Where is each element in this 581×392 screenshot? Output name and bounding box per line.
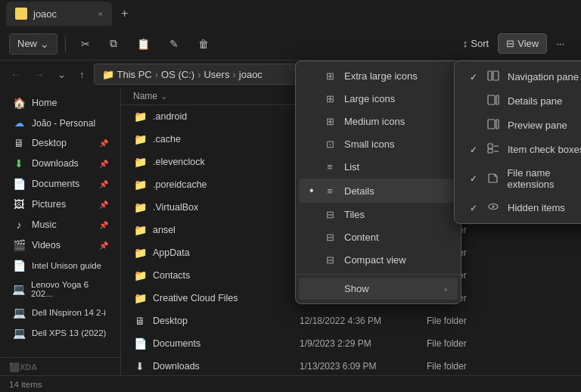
delete-button[interactable]: 🗑 (191, 34, 216, 54)
view-show-item[interactable]: Show › (299, 278, 458, 300)
sidebar-dell-xps-label: Dell XPS 13 (2022) (32, 328, 106, 338)
file-icon: 📁 (133, 133, 147, 145)
toolbar: New ⌄ ✂ ⧉ 📋 ✎ 🗑 ↕ Sort ⊟ View ··· (0, 27, 581, 61)
sidebar-item-home[interactable]: 🏠 Home (3, 93, 117, 113)
view-content[interactable]: ⊟ Content (299, 226, 458, 248)
compact-icon: ⊟ (323, 254, 337, 266)
file-type: File folder (427, 316, 502, 326)
sidebar-item-music[interactable]: ♪ Music 📌 (3, 215, 117, 235)
sidebar-item-dell-inspiron[interactable]: 💻 Dell INspiron 14 2-i (3, 303, 117, 322)
table-row[interactable]: 📄 Documents 1/9/2023 2:29 PM File folder (121, 332, 581, 355)
new-chevron-icon: ⌄ (40, 38, 49, 50)
sidebar-desktop-label: Desktop (32, 138, 67, 148)
new-button[interactable]: New ⌄ (9, 33, 57, 54)
paste-icon: 📋 (137, 38, 150, 50)
back-button[interactable]: ← (6, 66, 25, 83)
view-medium-icons[interactable]: ⊞ Medium icons (299, 110, 458, 132)
svg-rect-5 (496, 120, 499, 129)
view-compact[interactable]: ⊟ Compact view (299, 249, 458, 271)
active-tab[interactable]: joaoc × (6, 2, 112, 26)
intel-icon: 📄 (12, 260, 26, 272)
breadcrumb-sep-1: › (155, 69, 158, 80)
view-large-icons[interactable]: ⊞ Large icons (299, 88, 458, 110)
view-dropdown-menu: ⊞ Extra large icons ⊞ Large icons ⊞ Medi… (295, 61, 461, 304)
view-dot-active: • (309, 184, 315, 198)
view-label: View (517, 38, 539, 49)
show-details-pane[interactable]: Details pane (458, 89, 581, 113)
sidebar-item-desktop[interactable]: 🖥 Desktop 📌 (3, 133, 117, 153)
file-name: .poreidcache (153, 179, 294, 190)
sidebar-home-label: Home (32, 98, 57, 108)
view-tiles[interactable]: ⊟ Tiles (299, 204, 458, 226)
show-navigation-pane[interactable]: ✓ Navigation pane (458, 65, 581, 89)
show-item-checkboxes[interactable]: ✓ Item check boxes (458, 138, 581, 161)
table-row[interactable]: ⬇ Downloads 1/13/2023 6:09 PM File folde… (121, 355, 581, 375)
view-button[interactable]: ⊟ View (498, 33, 547, 54)
file-name: .elevenclock (153, 157, 294, 167)
large-label: Large icons (344, 93, 395, 104)
sidebar-item-downloads[interactable]: ⬇ Downloads 📌 (3, 154, 117, 173)
header-name[interactable]: Name ⌄ (133, 91, 312, 101)
hidden-icon (486, 201, 500, 214)
paste-button[interactable]: 📋 (129, 34, 157, 54)
file-date: 12/18/2022 4:36 PM (300, 316, 421, 326)
extra-large-label: Extra large icons (344, 70, 418, 82)
details-label: Details (344, 185, 374, 197)
videos-pin-icon: 📌 (99, 241, 108, 250)
tab-bar: joaoc × + (0, 0, 581, 27)
file-icon: 📁 (133, 179, 147, 191)
cut-button[interactable]: ✂ (73, 34, 98, 54)
file-icon: 📁 (133, 224, 147, 236)
music-icon: ♪ (12, 219, 26, 231)
view-list[interactable]: ≡ List (299, 156, 458, 178)
tiles-icon: ⊟ (323, 209, 337, 220)
dell-xps-icon: 💻 (12, 327, 26, 339)
show-hidden-items[interactable]: ✓ Hidden items (458, 196, 581, 219)
sidebar-lenovo-label: Lenovo Yoga 6 202... (31, 280, 108, 298)
documents-pin-icon: 📌 (99, 180, 108, 188)
sidebar-item-videos[interactable]: 🎬 Videos 📌 (3, 235, 117, 255)
show-preview-pane[interactable]: Preview pane (458, 114, 581, 137)
hidden-items-label: Hidden items (508, 202, 565, 213)
sidebar-item-cloud[interactable]: ☁ João - Personal (3, 114, 117, 132)
toolbar-separator-1 (65, 36, 66, 51)
file-name: Downloads (153, 361, 294, 372)
music-pin-icon: 📌 (99, 221, 108, 229)
tab-close-button[interactable]: × (98, 9, 103, 18)
file-name: Creative Cloud Files (153, 293, 294, 303)
sidebar-cloud-label: João - Personal (32, 118, 95, 129)
file-icon: 📁 (133, 269, 147, 282)
sidebar-item-pictures[interactable]: 🖼 Pictures 📌 (3, 194, 117, 214)
up-button[interactable]: ↑ (75, 66, 89, 83)
view-small-icons[interactable]: ⊡ Small icons (299, 133, 458, 155)
svg-rect-6 (488, 144, 492, 148)
pictures-pin-icon: 📌 (99, 201, 108, 209)
forward-button[interactable]: → (30, 66, 48, 83)
sidebar-item-documents[interactable]: 📄 Documents 📌 (3, 174, 117, 194)
breadcrumb-thispc: This PC (117, 69, 152, 80)
svg-rect-4 (488, 120, 495, 129)
more-button[interactable]: ··· (548, 34, 572, 53)
sidebar-pictures-label: Pictures (32, 199, 66, 210)
view-details[interactable]: • ≡ Details (299, 179, 458, 203)
copy-button[interactable]: ⧉ (102, 33, 125, 54)
dropdown-button[interactable]: ⌄ (53, 66, 70, 83)
new-tab-button[interactable]: + (115, 4, 134, 23)
file-name: .android (153, 111, 294, 122)
show-file-extensions[interactable]: ✓ File name extensions (458, 162, 581, 195)
rename-button[interactable]: ✎ (162, 34, 186, 54)
sidebar-item-dell-xps[interactable]: 💻 Dell XPS 13 (2022) (3, 323, 117, 343)
file-name: .VirtualBox (153, 202, 294, 213)
downloads-pin-icon: 📌 (99, 160, 108, 168)
table-row[interactable]: 🖥 Desktop 12/18/2022 4:36 PM File folder (121, 310, 581, 332)
file-date: 1/13/2023 6:09 PM (300, 361, 421, 372)
sort-button[interactable]: ↕ Sort (455, 34, 496, 53)
preview-pane-label: Preview pane (508, 120, 567, 131)
more-icon: ··· (556, 38, 564, 49)
sidebar-item-intel[interactable]: 📄 Intel Unison guide (3, 256, 117, 275)
sidebar-item-lenovo[interactable]: 💻 Lenovo Yoga 6 202... (3, 276, 117, 302)
view-extra-large-icons[interactable]: ⊞ Extra large icons (299, 65, 458, 87)
file-name: ansel (153, 225, 294, 235)
extensions-icon (486, 173, 500, 185)
small-label: Small icons (344, 138, 394, 150)
